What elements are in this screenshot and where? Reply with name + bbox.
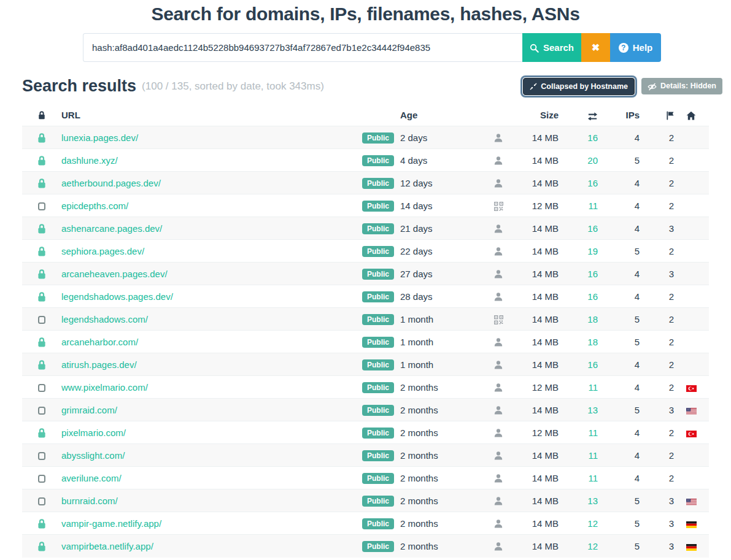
- requests-link[interactable]: 12: [587, 518, 598, 529]
- requests-link[interactable]: 16: [587, 291, 598, 302]
- column-header-requests: [559, 104, 598, 126]
- requests-link[interactable]: 11: [588, 450, 598, 461]
- search-button[interactable]: Search: [522, 33, 581, 62]
- requests-cell: 12: [559, 512, 598, 535]
- url-link[interactable]: aetherbound.pages.dev/: [61, 178, 161, 188]
- clear-search-button[interactable]: ✖: [581, 33, 610, 62]
- size-cell: 14 MB: [516, 240, 559, 263]
- url-link[interactable]: arcaneharbor.com/: [61, 337, 138, 347]
- requests-link[interactable]: 16: [587, 178, 598, 188]
- visibility-cell: Public: [360, 376, 400, 399]
- url-link[interactable]: legendshadows.com/: [61, 314, 148, 324]
- countries-cell: 2: [640, 308, 674, 331]
- search-input[interactable]: [83, 33, 522, 62]
- requests-link[interactable]: 11: [588, 428, 598, 438]
- url-link[interactable]: legendshadows.pages.dev/: [61, 291, 173, 302]
- country-flag-tr: [686, 428, 697, 438]
- results-meta: (100 / 135, sorted by date, took 343ms): [142, 80, 324, 93]
- requests-link[interactable]: 12: [587, 541, 598, 551]
- visibility-badge: Public: [362, 178, 394, 189]
- https-cell: [22, 399, 61, 421]
- lock-icon: [37, 540, 47, 551]
- requests-link[interactable]: 16: [587, 269, 598, 279]
- submitter-cell: [481, 240, 516, 263]
- column-header-size: Size: [516, 104, 559, 126]
- https-cell: [22, 512, 61, 535]
- requests-cell: 19: [559, 240, 598, 263]
- requests-link[interactable]: 16: [587, 359, 598, 370]
- requests-cell: 16: [559, 217, 598, 240]
- visibility-cell: Public: [360, 467, 400, 489]
- requests-link[interactable]: 11: [588, 382, 598, 393]
- requests-cell: 13: [559, 489, 598, 512]
- visibility-cell: Public: [360, 353, 400, 376]
- requests-link[interactable]: 13: [587, 405, 598, 415]
- unlock-icon: [38, 497, 45, 505]
- requests-cell: 11: [559, 376, 598, 399]
- table-row: vampirbeta.netlify.app/ Public 2 months …: [22, 535, 709, 558]
- countries-cell: 2: [640, 444, 674, 467]
- table-row: aetherbound.pages.dev/ Public 12 days 14…: [22, 172, 709, 194]
- table-row: legendshadows.com/ Public 1 month 14 MB …: [22, 308, 709, 331]
- https-cell: [22, 263, 61, 285]
- https-cell: [22, 149, 61, 172]
- help-button[interactable]: ? Help: [610, 33, 661, 62]
- url-link[interactable]: vampir-game.netlify.app/: [61, 518, 161, 529]
- url-link[interactable]: burnraid.com/: [61, 496, 118, 506]
- user-icon: [493, 336, 503, 347]
- table-row: legendshadows.pages.dev/ Public 28 days …: [22, 285, 709, 308]
- url-link[interactable]: atirush.pages.dev/: [61, 359, 137, 370]
- page-country-cell: [674, 467, 709, 489]
- ips-cell: 5: [598, 512, 640, 535]
- page-country-cell: [674, 194, 709, 217]
- submitter-cell: [481, 263, 516, 285]
- url-link[interactable]: lunexia.pages.dev/: [61, 132, 138, 143]
- table-header-row: URL Age Size IPs: [22, 104, 709, 126]
- table-row: arcaneharbor.com/ Public 1 month 14 MB 1…: [22, 331, 709, 353]
- visibility-cell: Public: [360, 172, 400, 194]
- collapse-hostname-button[interactable]: Collapsed by Hostname: [523, 78, 635, 95]
- table-row: atirush.pages.dev/ Public 1 month 14 MB …: [22, 353, 709, 376]
- countries-cell: 2: [640, 149, 674, 172]
- qr-code-icon: [494, 200, 503, 210]
- size-cell: 14 MB: [516, 308, 559, 331]
- page-country-cell: [674, 512, 709, 535]
- url-link[interactable]: dashlune.xyz/: [61, 155, 118, 166]
- visibility-badge: Public: [362, 269, 394, 280]
- table-row: epicdepths.com/ Public 14 days 12 MB 11 …: [22, 194, 709, 217]
- submitter-cell: [481, 353, 516, 376]
- url-link[interactable]: grimraid.com/: [61, 405, 117, 415]
- details-toggle-button[interactable]: Details: Hidden: [641, 78, 722, 94]
- countries-cell: 2: [640, 126, 674, 149]
- requests-link[interactable]: 19: [587, 246, 598, 256]
- age-cell: 22 days: [400, 240, 481, 263]
- visibility-badge: Public: [362, 314, 394, 325]
- url-cell: aetherbound.pages.dev/: [61, 172, 360, 194]
- lock-icon: [37, 132, 47, 142]
- url-link[interactable]: epicdepths.com/: [61, 201, 128, 211]
- size-cell: 14 MB: [516, 467, 559, 489]
- url-link[interactable]: vampirbeta.netlify.app/: [61, 541, 153, 551]
- url-link[interactable]: abysslight.com/: [61, 450, 125, 461]
- requests-link[interactable]: 18: [587, 314, 598, 324]
- requests-link[interactable]: 16: [587, 132, 598, 143]
- user-icon: [493, 359, 503, 369]
- age-cell: 1 month: [400, 331, 481, 353]
- requests-link[interactable]: 20: [587, 155, 598, 166]
- requests-link[interactable]: 16: [587, 223, 598, 234]
- qr-code-icon: [494, 313, 503, 324]
- url-link[interactable]: averilune.com/: [61, 473, 122, 483]
- url-link[interactable]: ashenarcane.pages.dev/: [61, 223, 162, 234]
- visibility-badge: Public: [362, 223, 394, 234]
- age-cell: 1 month: [400, 308, 481, 331]
- url-link[interactable]: pixelmario.com/: [61, 428, 126, 438]
- requests-link[interactable]: 11: [588, 473, 598, 483]
- submitter-cell: [481, 535, 516, 558]
- requests-link[interactable]: 13: [587, 496, 598, 506]
- url-link[interactable]: www.pixelmario.com/: [61, 382, 148, 393]
- url-link[interactable]: arcaneheaven.pages.dev/: [61, 269, 168, 279]
- url-link[interactable]: sephiora.pages.dev/: [61, 246, 144, 256]
- requests-link[interactable]: 18: [587, 337, 598, 347]
- requests-link[interactable]: 11: [588, 201, 598, 211]
- size-cell: 14 MB: [516, 217, 559, 240]
